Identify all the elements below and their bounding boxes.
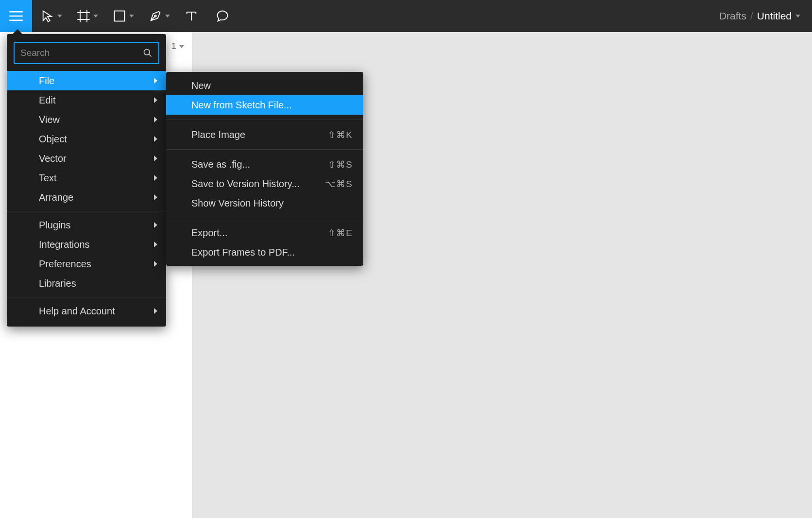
menu-search-input[interactable] <box>20 48 143 58</box>
app-toolbar: Drafts / Untitled <box>0 0 812 32</box>
menu-item-arrange[interactable]: Arrange <box>7 188 166 207</box>
chevron-down-icon <box>93 15 98 17</box>
menu-item-libraries[interactable]: Libraries <box>7 274 166 293</box>
svg-line-14 <box>149 54 152 57</box>
text-icon <box>185 9 198 23</box>
menu-item-text[interactable]: Text <box>7 168 166 188</box>
main-menu-button[interactable] <box>0 0 32 32</box>
search-icon <box>143 48 152 58</box>
menu-separator <box>7 211 166 211</box>
frame-icon <box>77 9 90 23</box>
submenu-item-label: New <box>191 80 211 91</box>
menu-item-vector[interactable]: Vector <box>7 149 166 168</box>
submenu-item-new[interactable]: New <box>166 76 363 95</box>
submenu-item-save-fig[interactable]: Save as .fig... ⇧⌘S <box>166 155 363 174</box>
submenu-shortcut: ⇧⌘E <box>328 227 353 239</box>
menu-item-label: Arrange <box>39 192 73 203</box>
arrow-right-icon <box>154 136 157 142</box>
breadcrumb: Drafts / Untitled <box>719 10 812 22</box>
menu-item-label: Edit <box>39 95 55 106</box>
arrow-right-icon <box>154 117 157 122</box>
arrow-right-icon <box>154 308 157 314</box>
menu-item-integrations[interactable]: Integrations <box>7 235 166 254</box>
chevron-down-icon <box>57 15 62 17</box>
submenu-item-label: Export... <box>191 227 227 239</box>
comment-tool[interactable] <box>207 0 238 32</box>
submenu-item-place-image[interactable]: Place Image ⇧⌘K <box>166 125 363 144</box>
arrow-right-icon <box>154 175 157 181</box>
menu-item-label: Vector <box>39 153 67 164</box>
document-name-dropdown[interactable]: Untitled <box>757 10 800 22</box>
arrow-right-icon <box>154 242 157 247</box>
arrow-right-icon <box>154 194 157 200</box>
tool-group <box>32 0 238 32</box>
menu-item-label: Plugins <box>39 220 71 231</box>
menu-item-label: Libraries <box>39 278 76 289</box>
arrow-right-icon <box>154 97 157 103</box>
submenu-item-label: New from Sketch File... <box>191 100 292 111</box>
submenu-separator <box>166 218 363 218</box>
menu-item-label: Object <box>39 134 67 145</box>
cursor-icon <box>41 9 54 23</box>
submenu-shortcut: ⇧⌘K <box>328 129 353 140</box>
move-tool[interactable] <box>32 0 68 32</box>
text-tool[interactable] <box>176 0 207 32</box>
svg-rect-7 <box>115 11 125 21</box>
arrow-right-icon <box>154 261 157 267</box>
pen-icon <box>149 9 162 23</box>
submenu-item-label: Export Frames to PDF... <box>191 247 295 258</box>
breadcrumb-parent[interactable]: Drafts <box>719 10 746 22</box>
arrow-right-icon <box>154 155 157 161</box>
menu-search-field[interactable] <box>14 42 159 64</box>
rectangle-icon <box>113 9 126 23</box>
menu-item-help[interactable]: Help and Account <box>7 301 166 321</box>
submenu-item-label: Place Image <box>191 129 245 140</box>
submenu-item-export-pdf[interactable]: Export Frames to PDF... <box>166 242 363 262</box>
document-name: Untitled <box>757 10 792 22</box>
menu-item-object[interactable]: Object <box>7 129 166 149</box>
menu-item-file[interactable]: File <box>7 71 166 90</box>
chevron-down-icon <box>129 15 134 17</box>
submenu-item-export[interactable]: Export... ⇧⌘E <box>166 223 363 242</box>
submenu-separator <box>166 149 363 150</box>
menu-item-edit[interactable]: Edit <box>7 90 166 110</box>
chevron-down-icon <box>795 15 800 17</box>
submenu-shortcut: ⇧⌘S <box>328 159 353 170</box>
hamburger-icon <box>9 10 23 22</box>
submenu-separator <box>166 120 363 120</box>
menu-item-label: View <box>39 114 60 125</box>
submenu-item-show-version[interactable]: Show Version History <box>166 193 363 213</box>
svg-point-8 <box>154 15 156 17</box>
chevron-down-icon <box>165 15 170 17</box>
arrow-right-icon <box>154 222 157 228</box>
svg-point-13 <box>144 50 150 55</box>
submenu-item-save-version[interactable]: Save to Version History... ⌥⌘S <box>166 174 363 193</box>
breadcrumb-separator: / <box>750 10 753 22</box>
submenu-item-label: Save as .fig... <box>191 159 250 170</box>
menu-item-label: Text <box>39 173 57 184</box>
pen-tool[interactable] <box>140 0 176 32</box>
comment-icon <box>216 9 229 23</box>
menu-item-label: Preferences <box>39 259 91 270</box>
submenu-shortcut: ⌥⌘S <box>325 178 353 190</box>
main-menu-dropdown: File Edit View Object Vector Text Arrang… <box>7 34 166 327</box>
menu-item-view[interactable]: View <box>7 110 166 129</box>
menu-item-label: File <box>39 75 54 86</box>
menu-item-label: Help and Account <box>39 306 115 317</box>
menu-item-preferences[interactable]: Preferences <box>7 254 166 274</box>
submenu-item-new-from-sketch[interactable]: New from Sketch File... <box>166 95 363 115</box>
menu-separator <box>7 297 166 297</box>
menu-item-label: Integrations <box>39 239 90 250</box>
shape-tool[interactable] <box>104 0 140 32</box>
submenu-item-label: Show Version History <box>191 198 284 209</box>
arrow-right-icon <box>154 78 157 84</box>
chevron-down-icon <box>179 45 184 48</box>
file-submenu: New New from Sketch File... Place Image … <box>166 72 363 266</box>
frame-tool[interactable] <box>68 0 104 32</box>
menu-item-plugins[interactable]: Plugins <box>7 215 166 235</box>
submenu-item-label: Save to Version History... <box>191 178 300 190</box>
page-label-fragment: 1 <box>171 41 176 52</box>
